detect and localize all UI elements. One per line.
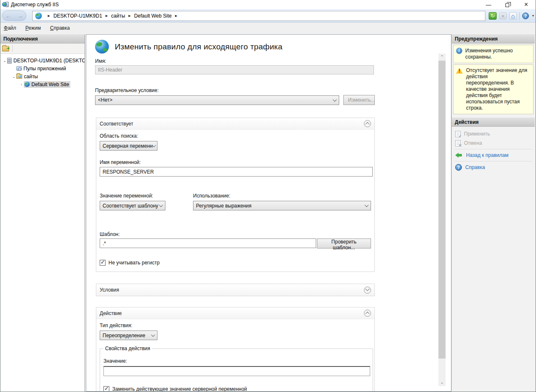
scope-label: Область поиска: — [100, 133, 371, 139]
expand-icon[interactable]: › — [19, 82, 24, 87]
scope-select[interactable]: Серверная переменн — [100, 141, 157, 151]
warning-alert-text: Отсутствует значение для действия переоп… — [466, 67, 531, 111]
precondition-value: <Нет> — [98, 97, 112, 103]
help-icon[interactable]: ? — [522, 13, 529, 19]
save-connection-icon[interactable] — [2, 46, 9, 51]
server-icon — [7, 58, 12, 64]
info-alert-text: Изменения успешно сохранены. — [465, 48, 531, 60]
tree-label-server[interactable]: DESKTOP-U1MK9D1 (DESKTO — [13, 58, 85, 64]
collapse-section-button[interactable] — [364, 310, 371, 317]
help-label[interactable]: Справка — [465, 164, 485, 170]
scope-value: Серверная переменн — [103, 143, 152, 149]
using-select[interactable]: Регулярные выражения — [193, 201, 371, 210]
back-to-rules-label[interactable]: Назад к правилам — [466, 152, 508, 158]
page-title: Изменить правило для исходящего трафика — [115, 42, 282, 51]
edit-precondition-button: Изменить... — [343, 95, 375, 105]
refresh-icon[interactable]: ↻ — [489, 12, 497, 20]
site-globe-icon — [24, 82, 30, 87]
variable-value: Соответствует шаблону — [103, 203, 158, 209]
tree-label-app-pools[interactable]: Пулы приложений — [23, 66, 66, 72]
divider — [454, 161, 532, 161]
nav-buttons: ← → — [2, 10, 26, 21]
sites-folder-icon — [16, 74, 22, 79]
tree-item-default-web-site[interactable]: › Default Web Site — [0, 80, 85, 88]
action-type-label: Тип действия: — [100, 323, 371, 328]
variable-value-select[interactable]: Соответствует шаблону — [100, 201, 165, 210]
ignore-case-label: Не учитывать регистр — [108, 260, 160, 266]
action-section-title: Действие — [100, 310, 122, 316]
app-pools-icon — [16, 66, 22, 71]
test-pattern-button[interactable]: Проверить шаблон... — [317, 238, 371, 249]
breadcrumb-default-web-site[interactable]: Default Web Site — [134, 13, 172, 19]
back-icon[interactable]: ← — [5, 13, 11, 19]
divider — [519, 12, 520, 20]
globe-icon — [35, 13, 42, 19]
match-section: Соответствует Область поиска: Серверная … — [96, 118, 375, 272]
checkbox-checked-icon[interactable]: ✓ — [100, 260, 106, 266]
breadcrumb[interactable]: ▶ DESKTOP-U1MK9D1 ▶ сайты ▶ Default Web … — [32, 11, 485, 21]
feature-page: Изменить правило для исходящего трафика … — [86, 34, 451, 392]
apply-icon: ✓ — [455, 131, 461, 137]
vertical-scrollbar[interactable]: ⌃ ⌄ — [438, 54, 446, 386]
action-section: Действие Тип действия: Переопределение С… — [96, 307, 375, 392]
help-link[interactable]: ? Справка — [452, 163, 535, 172]
ignore-case-checkbox-row[interactable]: ✓ Не учитывать регистр — [100, 260, 371, 266]
tree-item-app-pools[interactable]: Пулы приложений — [0, 64, 85, 72]
scroll-up-icon[interactable]: ⌃ — [438, 54, 446, 61]
minimize-button[interactable]: — — [479, 0, 498, 9]
breadcrumb-sep-icon: ▶ — [48, 14, 50, 18]
chevron-down-icon — [159, 203, 163, 207]
info-icon: i — [456, 48, 462, 54]
menu-view[interactable]: Режим — [26, 25, 41, 31]
breadcrumb-sep-icon: ▶ — [129, 14, 131, 18]
apply-label: Применить — [464, 131, 490, 137]
precondition-select[interactable]: <Нет> — [95, 95, 339, 105]
pattern-label: Шаблон: — [100, 231, 371, 237]
divider — [454, 149, 532, 149]
help-icon: ? — [455, 164, 462, 171]
conditions-section: Условия — [96, 284, 375, 296]
chevron-down-icon — [365, 203, 369, 207]
actions-header: Действия — [452, 118, 535, 127]
collapse-section-button[interactable] — [364, 120, 371, 127]
tree-item-server[interactable]: ⌄ DESKTOP-U1MK9D1 (DESKTO — [0, 56, 85, 64]
back-to-rules-link[interactable]: Назад к правилам — [452, 151, 535, 160]
tree-item-sites[interactable]: ⌄ сайты — [0, 72, 85, 80]
variable-name-field[interactable] — [100, 167, 373, 177]
close-button[interactable]: × — [517, 0, 536, 9]
scroll-down-icon[interactable]: ⌄ — [438, 379, 446, 386]
home-icon[interactable]: ⌂ — [509, 12, 517, 20]
restore-button[interactable] — [498, 0, 517, 9]
precondition-label: Предварительное условие: — [95, 87, 376, 93]
back-arrow-icon — [455, 153, 463, 158]
using-value: Регулярные выражения — [196, 203, 252, 209]
alerts-header: Предупреждения — [452, 34, 535, 44]
breadcrumb-sites[interactable]: сайты — [111, 13, 125, 19]
menu-help[interactable]: Справка — [50, 25, 70, 31]
apply-button: ✓ Применить — [452, 129, 535, 138]
expand-section-button[interactable] — [364, 287, 371, 294]
info-alert: i Изменения успешно сохранены. — [453, 45, 533, 63]
cancel-label: Отмена — [464, 140, 482, 146]
replace-checkbox-row[interactable]: ✓ Заменить действующее значение серверно… — [103, 386, 369, 392]
connections-tree: ⌄ DESKTOP-U1MK9D1 (DESKTO Пулы приложени… — [0, 54, 85, 88]
tree-label-default-web-site[interactable]: Default Web Site — [31, 82, 69, 87]
breadcrumb-server[interactable]: DESKTOP-U1MK9D1 — [53, 13, 102, 19]
action-type-select[interactable]: Переопределение — [100, 331, 157, 340]
iis-manager-window: Диспетчер служб IIS — × ← → ▶ DESKTOP-U1… — [0, 0, 536, 392]
collapse-icon[interactable]: ⌄ — [2, 59, 7, 63]
using-label: Использование: — [193, 193, 371, 199]
checkbox-checked-icon[interactable]: ✓ — [103, 386, 109, 392]
pattern-field[interactable] — [100, 238, 316, 248]
help-dropdown-caret-icon[interactable]: ▾ — [532, 14, 534, 18]
menu-file[interactable]: Файл — [4, 25, 16, 31]
tree-label-sites[interactable]: сайты — [24, 74, 38, 79]
collapse-icon[interactable]: ⌄ — [11, 74, 16, 79]
variable-name-label: Имя переменной: — [100, 159, 371, 165]
action-value-field[interactable] — [103, 366, 370, 376]
action-properties-title: Свойства действия — [103, 346, 152, 351]
forward-icon[interactable]: → — [17, 13, 23, 19]
iis-app-icon — [2, 1, 9, 8]
scrollbar-thumb[interactable] — [438, 61, 446, 359]
name-label: Имя: — [95, 58, 376, 64]
